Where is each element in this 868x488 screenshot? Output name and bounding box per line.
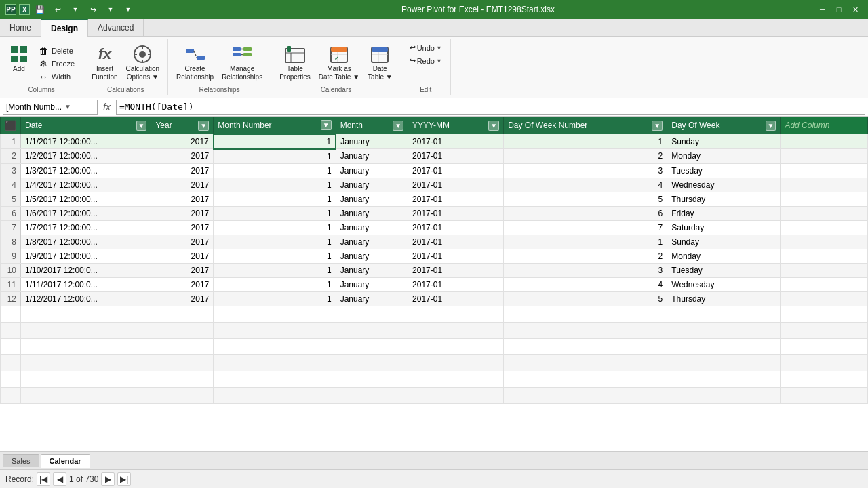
maximize-btn[interactable]: □ bbox=[831, 2, 846, 17]
year-cell[interactable]: 2017 bbox=[151, 206, 214, 220]
table-row[interactable]: 31/3/2017 12:00:00...20171January2017-01… bbox=[1, 163, 868, 178]
dow-filter-icon[interactable]: ▼ bbox=[766, 121, 776, 131]
dow-cell[interactable]: Friday bbox=[667, 206, 781, 220]
month-header[interactable]: Month ▼ bbox=[336, 117, 408, 134]
undo-button[interactable]: ↩ Undo ▼ bbox=[407, 42, 445, 54]
date-cell[interactable]: 1/1/2017 12:00:00... bbox=[21, 134, 151, 149]
yyyy-mm-cell[interactable]: 2017-01 bbox=[408, 263, 504, 277]
undo-quick-btn[interactable]: ↩ bbox=[50, 2, 65, 17]
dow-cell[interactable]: Thursday bbox=[667, 291, 781, 306]
dow-cell[interactable]: Monday bbox=[667, 249, 781, 263]
month-cell[interactable]: January bbox=[336, 263, 408, 277]
dow-cell[interactable]: Saturday bbox=[667, 220, 781, 235]
month-cell[interactable]: January bbox=[336, 134, 408, 149]
month-cell[interactable]: January bbox=[336, 277, 408, 291]
month-cell[interactable]: January bbox=[336, 163, 408, 178]
add-column-cell[interactable] bbox=[781, 192, 868, 206]
tab-home[interactable]: Home bbox=[0, 19, 41, 37]
month-cell[interactable]: January bbox=[336, 206, 408, 220]
month-cell[interactable]: January bbox=[336, 149, 408, 164]
sheet-tab-calendar[interactable]: Calendar bbox=[41, 454, 90, 468]
yyyy-mm-cell[interactable]: 2017-01 bbox=[408, 291, 504, 306]
date-cell[interactable]: 1/9/2017 12:00:00... bbox=[21, 249, 151, 263]
close-btn[interactable]: ✕ bbox=[848, 2, 863, 17]
yyyy-mm-cell[interactable]: 2017-01 bbox=[408, 163, 504, 178]
year-cell[interactable]: 2017 bbox=[151, 220, 214, 235]
date-cell[interactable]: 1/4/2017 12:00:00... bbox=[21, 178, 151, 192]
add-column-cell[interactable] bbox=[781, 235, 868, 249]
yyyy-mm-cell[interactable]: 2017-01 bbox=[408, 249, 504, 263]
date-table-button[interactable]: DateTable ▼ bbox=[365, 42, 395, 83]
date-cell[interactable]: 1/7/2017 12:00:00... bbox=[21, 220, 151, 235]
table-row[interactable]: 71/7/2017 12:00:00...20171January2017-01… bbox=[1, 220, 868, 235]
add-column-cell[interactable] bbox=[781, 178, 868, 192]
undo-arrow-btn[interactable]: ▼ bbox=[68, 2, 83, 17]
dow-number-cell[interactable]: 2 bbox=[504, 149, 667, 164]
year-cell[interactable]: 2017 bbox=[151, 149, 214, 164]
add-column-cell[interactable] bbox=[781, 263, 868, 277]
month-cell[interactable]: January bbox=[336, 220, 408, 235]
dow-number-cell[interactable]: 2 bbox=[504, 249, 667, 263]
date-cell[interactable]: 1/2/2017 12:00:00... bbox=[21, 149, 151, 164]
table-row[interactable]: 51/5/2017 12:00:00...20171January2017-01… bbox=[1, 192, 868, 206]
add-button[interactable]: Add bbox=[5, 42, 33, 75]
name-box[interactable]: [Month Numb... ▼ bbox=[3, 100, 98, 115]
dow-cell[interactable]: Sunday bbox=[667, 235, 781, 249]
table-row[interactable]: 111/11/2017 12:00:0...20171January2017-0… bbox=[1, 277, 868, 291]
tab-design[interactable]: Design bbox=[41, 19, 88, 37]
dow-cell[interactable]: Sunday bbox=[667, 134, 781, 149]
month-number-cell[interactable]: 1 bbox=[214, 163, 336, 178]
table-row[interactable]: 121/12/2017 12:00:0...20171January2017-0… bbox=[1, 291, 868, 306]
prev-record-btn[interactable]: ◀ bbox=[53, 472, 66, 486]
month-number-cell[interactable]: 1 bbox=[214, 206, 336, 220]
delete-button[interactable]: 🗑 Delete bbox=[35, 45, 77, 57]
dow-number-cell[interactable]: 5 bbox=[504, 291, 667, 306]
add-column-cell[interactable] bbox=[781, 220, 868, 235]
year-cell[interactable]: 2017 bbox=[151, 134, 214, 149]
yyyy-mm-cell[interactable]: 2017-01 bbox=[408, 149, 504, 164]
tab-advanced[interactable]: Advanced bbox=[88, 19, 144, 37]
formula-input[interactable] bbox=[116, 100, 865, 115]
date-cell[interactable]: 1/6/2017 12:00:00... bbox=[21, 206, 151, 220]
table-row[interactable]: 61/6/2017 12:00:00...20171January2017-01… bbox=[1, 206, 868, 220]
year-filter-icon[interactable]: ▼ bbox=[198, 121, 209, 131]
dow-number-cell[interactable]: 3 bbox=[504, 163, 667, 178]
date-cell[interactable]: 1/8/2017 12:00:00... bbox=[21, 235, 151, 249]
name-box-dropdown[interactable]: ▼ bbox=[64, 103, 71, 110]
month-cell[interactable]: January bbox=[336, 235, 408, 249]
first-record-btn[interactable]: |◀ bbox=[37, 472, 50, 486]
month-number-cell[interactable]: 1 bbox=[214, 149, 336, 164]
month-number-cell[interactable]: 1 bbox=[214, 263, 336, 277]
customize-qa-btn[interactable]: ▼ bbox=[121, 2, 136, 17]
width-button[interactable]: ↔ Width bbox=[35, 70, 77, 83]
dow-cell[interactable]: Wednesday bbox=[667, 178, 781, 192]
year-cell[interactable]: 2017 bbox=[151, 249, 214, 263]
month-number-header[interactable]: Month Number ▼ bbox=[214, 117, 336, 134]
month-number-cell[interactable]: 1 bbox=[214, 220, 336, 235]
month-number-filter-icon[interactable]: ▼ bbox=[321, 120, 332, 130]
month-cell[interactable]: January bbox=[336, 192, 408, 206]
table-row[interactable]: 101/10/2017 12:00:0...20171January2017-0… bbox=[1, 263, 868, 277]
yyyy-mm-cell[interactable]: 2017-01 bbox=[408, 134, 504, 149]
yyyy-mm-cell[interactable]: 2017-01 bbox=[408, 220, 504, 235]
year-cell[interactable]: 2017 bbox=[151, 263, 214, 277]
last-record-btn[interactable]: ▶| bbox=[117, 472, 131, 486]
month-number-cell[interactable]: 1 bbox=[214, 235, 336, 249]
dow-cell[interactable]: Tuesday bbox=[667, 263, 781, 277]
calculation-options-button[interactable]: CalculationOptions ▼ bbox=[123, 42, 162, 83]
yyyy-mm-cell[interactable]: 2017-01 bbox=[408, 277, 504, 291]
dow-cell[interactable]: Tuesday bbox=[667, 163, 781, 178]
save-quick-btn[interactable]: 💾 bbox=[33, 2, 47, 17]
month-number-cell[interactable]: 1 bbox=[214, 291, 336, 306]
date-cell[interactable]: 1/11/2017 12:00:0... bbox=[21, 277, 151, 291]
manage-relationships-button[interactable]: ManageRelationships bbox=[219, 42, 265, 83]
year-cell[interactable]: 2017 bbox=[151, 192, 214, 206]
redo-arrow[interactable]: ▼ bbox=[436, 58, 442, 64]
dow-number-cell[interactable]: 6 bbox=[504, 206, 667, 220]
table-row[interactable]: 81/8/2017 12:00:00...20171January2017-01… bbox=[1, 235, 868, 249]
table-row[interactable]: 41/4/2017 12:00:00...20171January2017-01… bbox=[1, 178, 868, 192]
date-cell[interactable]: 1/12/2017 12:00:0... bbox=[21, 291, 151, 306]
add-column-cell[interactable] bbox=[781, 249, 868, 263]
dow-header[interactable]: Day Of Week ▼ bbox=[667, 117, 781, 134]
dow-number-cell[interactable]: 1 bbox=[504, 235, 667, 249]
